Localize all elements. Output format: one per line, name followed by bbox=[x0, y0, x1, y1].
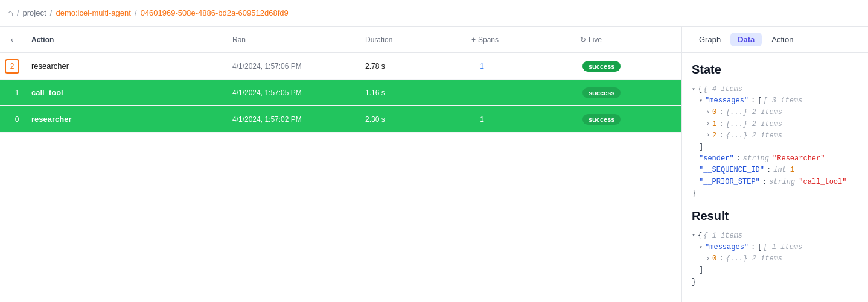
row-duration-2: 2.78 s bbox=[363, 62, 471, 71]
json-type-string: string bbox=[743, 153, 769, 165]
breadcrumb-project[interactable]: project bbox=[23, 8, 46, 17]
breadcrumb-sep-3: / bbox=[135, 8, 137, 18]
chevron-icon[interactable]: › bbox=[706, 119, 710, 129]
left-panel: ‹ Action Ran Duration + Spans ↻ Live 2 r bbox=[0, 27, 682, 302]
json-brace: ] bbox=[699, 265, 703, 276]
json-colon: : bbox=[736, 153, 741, 165]
chevron-icon[interactable]: › bbox=[706, 108, 710, 118]
home-icon[interactable]: ⌂ bbox=[7, 8, 13, 19]
json-meta: {...} 2 items bbox=[726, 119, 782, 130]
json-type-int: int bbox=[773, 165, 787, 176]
json-number: 2 bbox=[712, 130, 716, 142]
row-status-0: success bbox=[580, 114, 677, 125]
right-panel: Graph Data Action State ▾ { { 4 items ▾ … bbox=[682, 27, 868, 302]
json-number: 1 bbox=[712, 119, 716, 130]
breadcrumb: ⌂ / project / demo:lcel-multi-agent / 04… bbox=[0, 0, 868, 27]
chevron-icon[interactable]: › bbox=[706, 254, 710, 264]
col-header-spans: + Spans bbox=[471, 36, 580, 44]
json-key: "messages" bbox=[705, 95, 748, 107]
json-brace: } bbox=[692, 188, 696, 200]
status-badge-2: success bbox=[582, 61, 621, 72]
json-key: "__SEQUENCE_ID" bbox=[699, 165, 764, 176]
breadcrumb-trace-id[interactable]: 04601969-508e-4886-bd2a-609512d68fd9 bbox=[141, 8, 289, 17]
table-header: ‹ Action Ran Duration + Spans ↻ Live bbox=[0, 27, 681, 53]
json-colon: : bbox=[751, 242, 755, 253]
table-row[interactable]: 1 call_tool 4/1/2024, 1:57:05 PM 1.16 s … bbox=[0, 80, 681, 106]
row-spans-0: + 1 bbox=[471, 115, 580, 124]
table-row[interactable]: 0 researcher 4/1/2024, 1:57:02 PM 2.30 s… bbox=[0, 106, 681, 133]
refresh-icon: ↻ bbox=[580, 36, 586, 44]
row-action-0: researcher bbox=[29, 115, 230, 124]
chevron-icon[interactable]: ▾ bbox=[699, 96, 703, 106]
json-number: 1 bbox=[790, 165, 794, 176]
tab-graph[interactable]: Graph bbox=[692, 33, 728, 46]
json-colon: : bbox=[762, 177, 767, 188]
row-duration-1: 1.16 s bbox=[363, 89, 471, 97]
live-label: Live bbox=[589, 36, 602, 44]
table-row[interactable]: 2 researcher 4/1/2024, 1:57:06 PM 2.78 s… bbox=[0, 53, 681, 80]
json-key: "messages" bbox=[705, 242, 748, 253]
chevron-icon[interactable]: ▾ bbox=[692, 85, 695, 95]
json-meta: { 1 items bbox=[703, 230, 742, 242]
right-content: State ▾ { { 4 items ▾ "messages" : [ [ 3… bbox=[682, 53, 868, 302]
breadcrumb-demo-link[interactable]: demo:lcel-multi-agent bbox=[56, 8, 130, 17]
result-json-tree: ▾ { { 1 items ▾ "messages" : [ [ 1 items… bbox=[692, 230, 858, 288]
row-index-1: 1 bbox=[5, 89, 29, 97]
breadcrumb-sep-2: / bbox=[50, 8, 53, 18]
state-title: State bbox=[692, 63, 858, 77]
row-action-1: call_tool bbox=[29, 88, 230, 97]
chevron-icon[interactable]: ▾ bbox=[692, 231, 695, 241]
tab-data[interactable]: Data bbox=[730, 33, 762, 46]
col-header-ran: Ran bbox=[230, 36, 363, 44]
json-number: 0 bbox=[712, 107, 716, 118]
status-badge-1: success bbox=[582, 87, 621, 98]
json-brace: { bbox=[698, 84, 702, 95]
table-body: 2 researcher 4/1/2024, 1:57:06 PM 2.78 s… bbox=[0, 53, 681, 302]
breadcrumb-sep-1: / bbox=[17, 8, 19, 18]
json-meta: {...} 2 items bbox=[726, 107, 782, 118]
nav-prev-button[interactable]: ‹ bbox=[5, 33, 19, 47]
json-colon: : bbox=[719, 130, 723, 142]
main-layout: ‹ Action Ran Duration + Spans ↻ Live 2 r bbox=[0, 27, 868, 302]
json-string: "Researcher" bbox=[773, 153, 825, 165]
col-header-live: ↻ Live bbox=[580, 36, 677, 44]
col-header-action: Action bbox=[29, 36, 230, 44]
row-index-0: 0 bbox=[5, 115, 29, 124]
row-index-2: 2 bbox=[5, 59, 19, 74]
chevron-icon[interactable]: › bbox=[706, 131, 710, 140]
row-spans-2: + 1 bbox=[471, 62, 580, 71]
plus-icon: + bbox=[471, 36, 476, 44]
row-ran-2: 4/1/2024, 1:57:06 PM bbox=[230, 62, 363, 71]
json-key: "sender" bbox=[699, 153, 734, 165]
app-container: ⌂ / project / demo:lcel-multi-agent / 04… bbox=[0, 0, 868, 302]
json-key: "__PRIOR_STEP" bbox=[699, 177, 760, 188]
json-brace: ] bbox=[699, 142, 703, 153]
row-ran-1: 4/1/2024, 1:57:05 PM bbox=[230, 89, 363, 97]
json-colon: : bbox=[767, 165, 771, 176]
json-meta: {...} 2 items bbox=[726, 130, 782, 142]
state-json-tree: ▾ { { 4 items ▾ "messages" : [ [ 3 items… bbox=[692, 84, 858, 200]
json-colon: : bbox=[751, 95, 755, 107]
json-meta: [ 1 items bbox=[763, 242, 802, 253]
json-brace: { bbox=[698, 230, 702, 242]
json-type-string: string bbox=[769, 177, 795, 188]
chevron-icon[interactable]: ▾ bbox=[699, 243, 703, 253]
json-colon: : bbox=[719, 119, 723, 130]
json-meta: { 4 items bbox=[703, 84, 742, 95]
row-action-2: researcher bbox=[29, 61, 230, 71]
json-bracket: [ bbox=[758, 242, 762, 253]
json-number: 0 bbox=[712, 253, 716, 265]
tab-action[interactable]: Action bbox=[764, 33, 800, 46]
json-meta: [ 3 items bbox=[763, 95, 802, 107]
row-status-2: success bbox=[580, 61, 677, 72]
result-title: Result bbox=[692, 209, 858, 223]
json-string: "call_tool" bbox=[799, 177, 846, 188]
right-tabs: Graph Data Action bbox=[682, 27, 868, 53]
json-colon: : bbox=[719, 107, 723, 118]
col-header-duration: Duration bbox=[363, 36, 471, 44]
json-bracket: [ bbox=[758, 95, 762, 107]
row-status-1: success bbox=[580, 87, 677, 98]
status-badge-0: success bbox=[582, 114, 621, 125]
row-ran-0: 4/1/2024, 1:57:02 PM bbox=[230, 115, 363, 124]
row-duration-0: 2.30 s bbox=[363, 115, 471, 124]
